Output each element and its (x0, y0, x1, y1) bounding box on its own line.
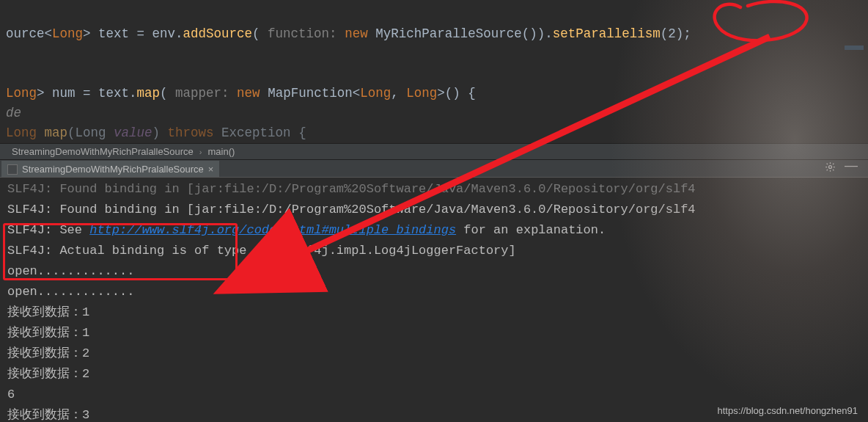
code-token: new (345, 26, 368, 41)
run-tab[interactable]: StreamingDemoWithMyRichPralalleSource × (1, 161, 219, 177)
run-tool-tabs: StreamingDemoWithMyRichPralalleSource × … (0, 160, 868, 178)
code-token: () { (445, 86, 476, 101)
console-line: 接收到数据：2 (7, 343, 861, 364)
code-token: ource< (6, 26, 52, 41)
console-line: SLF4J: Found binding in [jar:file:/D:/Pr… (7, 200, 861, 220)
console-line: 接收到数据：1 (7, 323, 861, 343)
close-tab-icon[interactable]: × (208, 164, 214, 175)
code-editor[interactable]: ource<Long> text = env.addSource( functi… (0, 0, 868, 143)
code-token: ()). (522, 26, 553, 41)
code-token: ( (160, 86, 175, 101)
chevron-right-icon: › (199, 148, 202, 156)
code-token: > text = env. (83, 26, 183, 41)
code-token: new (237, 86, 260, 101)
code-token (368, 26, 376, 41)
code-token (260, 86, 268, 101)
console-line: 接收到数据：1 (7, 302, 861, 323)
code-token: de (6, 106, 21, 120)
breadcrumb-item[interactable]: main() (207, 146, 235, 157)
breadcrumb[interactable]: StreamingDemoWithMyRichPralalleSource › … (0, 143, 868, 160)
code-token: ( (252, 26, 268, 41)
code-token: <Long, Long> (353, 86, 445, 101)
console-line: open............. (7, 261, 861, 282)
watermark: https://blog.csdn.net/hongzhen91 (717, 405, 858, 416)
console-line: SLF4J: See http://www.slf4j.org/codes.ht… (7, 220, 861, 241)
inlay-hint: mapper: (175, 86, 229, 101)
code-token: MyRichParalleSource (375, 26, 522, 41)
code-token: addSource (183, 26, 253, 41)
inlay-hint: function: (268, 26, 337, 41)
run-tab-label: StreamingDemoWithMyRichPralalleSource (22, 164, 204, 175)
code-token: Long map(Long value) throws Exception { (6, 125, 306, 140)
minimize-icon[interactable]: — (845, 161, 858, 175)
run-config-icon (7, 164, 18, 175)
code-token: MapFunction (268, 86, 353, 101)
console-line: SLF4J: Actual binding is of type [org.sl… (7, 241, 861, 261)
console-line: open............. (7, 282, 861, 302)
console-line: 6 (7, 385, 861, 405)
code-token: Long (52, 26, 83, 41)
code-token: setParallelism (553, 26, 661, 41)
code-token: Long (6, 86, 37, 101)
code-token: map (137, 86, 161, 101)
console-output[interactable]: SLF4J: Found binding in [jar:file:/D:/Pr… (0, 178, 868, 422)
gear-icon[interactable] (825, 161, 836, 175)
console-line: 接收到数据：2 (7, 364, 861, 385)
breadcrumb-item[interactable]: StreamingDemoWithMyRichPralalleSource (12, 146, 194, 157)
code-token: (2); (661, 26, 691, 41)
svg-point-0 (829, 166, 832, 169)
console-link[interactable]: http://www.slf4j.org/codes.html#multiple… (89, 223, 456, 237)
code-token (337, 26, 345, 41)
code-token: > num = text. (37, 86, 137, 101)
console-line: SLF4J: Found binding in [jar:file:/D:/Pr… (7, 179, 861, 200)
minimap-hint (845, 46, 864, 50)
code-token (229, 86, 238, 101)
